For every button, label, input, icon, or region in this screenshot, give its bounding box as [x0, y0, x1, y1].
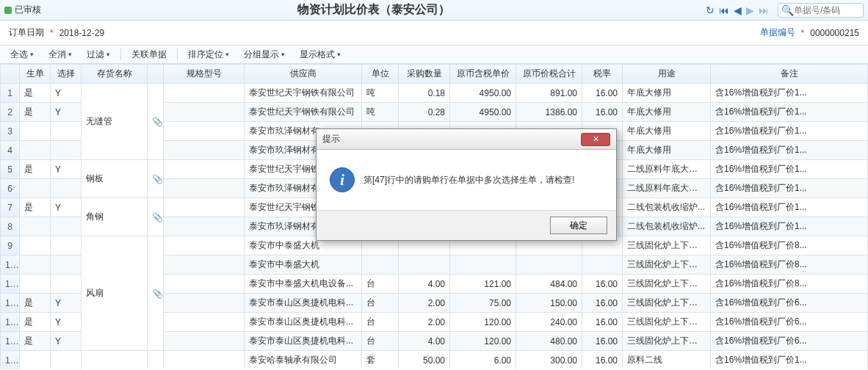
col-header[interactable]: 供应商 — [245, 65, 362, 84]
col-header[interactable]: 原币含税单价 — [450, 65, 516, 84]
cell-select: Y — [51, 103, 82, 122]
cell-supplier: 泰安市泰山区奥捷机电科... — [245, 294, 362, 313]
cell-total: 484.00 — [516, 275, 582, 294]
row-number: 5 — [1, 160, 20, 179]
row-number: 15 — [1, 351, 20, 370]
cell-spec — [164, 332, 245, 351]
cell-use: 三线固化炉上下链板 — [623, 236, 711, 255]
col-header[interactable]: 备注 — [711, 65, 868, 84]
cell-spec — [164, 122, 245, 141]
col-header[interactable]: 单位 — [362, 65, 399, 84]
cell-unit — [362, 255, 399, 275]
cell-use: 二线原料年底大修用 — [623, 179, 711, 198]
search-box[interactable]: 🔍 — [778, 3, 864, 18]
col-header[interactable]: 税率 — [582, 65, 623, 84]
cell-shengdan: 是 — [20, 160, 51, 179]
close-icon: ✕ — [593, 134, 599, 144]
cell-shengdan — [20, 141, 51, 160]
close-button[interactable]: ✕ — [581, 133, 610, 146]
cell-remark: 含16%增值税到厂价1... — [711, 160, 868, 179]
cell-unit: 吨 — [362, 103, 399, 122]
first-icon[interactable]: ⏮ — [719, 4, 729, 16]
cell-select — [51, 179, 82, 198]
sort-button[interactable]: 排序定位▾ — [182, 46, 235, 63]
prev-icon[interactable]: ◀ — [734, 4, 742, 16]
row-number: 3 — [1, 122, 20, 141]
cell-use: 二线包装机收缩炉... — [623, 217, 711, 236]
cell-qty: 2.00 — [399, 294, 450, 313]
col-header[interactable] — [1, 65, 20, 84]
col-header[interactable]: 原币价税合计 — [516, 65, 582, 84]
cell-spec — [164, 275, 245, 294]
search-input[interactable] — [794, 5, 860, 15]
cell-shengdan — [20, 255, 51, 275]
cell-shengdan: 是 — [20, 198, 51, 217]
cell-price: 4950.00 — [450, 84, 516, 103]
cell-use: 二线包装机收缩炉... — [623, 198, 711, 217]
cell-qty: 0.28 — [399, 103, 450, 122]
table-row[interactable]: 15泰安哈泰轴承有限公司套50.006.00300.0016.00原料二线含16… — [1, 351, 868, 370]
cell-use: 三线固化炉上下链板 — [623, 275, 711, 294]
cell-spec — [164, 179, 245, 198]
cell-supplier: 泰安哈泰轴承有限公司 — [245, 351, 362, 370]
refresh-icon[interactable]: ↻ — [706, 4, 715, 16]
relate-button[interactable]: 关联单据 — [126, 46, 173, 63]
ok-button[interactable]: 确定 — [550, 217, 607, 234]
next-icon[interactable]: ▶ — [746, 4, 754, 16]
cell-qty: 0.18 — [399, 84, 450, 103]
col-header[interactable]: 存货名称 — [82, 65, 148, 84]
filter-button[interactable]: 过滤▾ — [81, 46, 116, 63]
row-number: 14 — [1, 332, 20, 351]
col-header[interactable]: 采购数量 — [399, 65, 450, 84]
cell-remark: 含16%增值税到厂价1... — [711, 198, 868, 217]
cell-remark: 含16%增值税到厂价8... — [711, 275, 868, 294]
cell-price: 121.00 — [450, 275, 516, 294]
status-dot-icon — [4, 7, 12, 14]
order-date-label: 订单日期 — [9, 26, 44, 39]
toolbar: 全选▾ 全消▾ 过滤▾ 关联单据 排序定位▾ 分组显示▾ 显示格式▾ — [0, 45, 868, 64]
cell-use: 三线固化炉上下链板 — [623, 255, 711, 275]
cell-remark: 含16%增值税到厂价8... — [711, 236, 868, 255]
display-button[interactable]: 显示格式▾ — [294, 46, 347, 63]
row-number: 10 — [1, 255, 20, 275]
cell-price: 75.00 — [450, 294, 516, 313]
cell-total: 150.00 — [516, 294, 582, 313]
cell-remark: 含16%增值税到厂价1... — [711, 351, 868, 370]
cell-tax: 16.00 — [582, 332, 623, 351]
cell-remark: 含16%增值税到厂价1... — [711, 179, 868, 198]
last-icon[interactable]: ⏭ — [759, 4, 769, 16]
cell-select — [51, 141, 82, 160]
col-header[interactable]: 规格型号 — [164, 65, 245, 84]
info-row: 订单日期 * 2018-12-29 单据编号 * 0000000215 — [0, 21, 868, 45]
cell-unit: 吨 — [362, 84, 399, 103]
attachment-icon: 📎 — [148, 84, 164, 160]
cell-supplier: 泰安世纪天宇钢铁有限公司 — [245, 103, 362, 122]
col-header[interactable] — [148, 65, 164, 84]
cell-tax: 16.00 — [582, 275, 623, 294]
row-number: 6 — [1, 179, 20, 198]
row-number: 7 — [1, 198, 20, 217]
doc-no-label[interactable]: 单据编号 — [760, 26, 795, 39]
cell-name: 角钢 — [82, 198, 148, 236]
alert-modal: 提示 ✕ i 第[47]行中的请购单行在单据中多次选择生单，请检查! 确定 — [316, 128, 617, 241]
select-all-button[interactable]: 全选▾ — [4, 46, 40, 63]
attachment-icon: 📎 — [148, 160, 164, 198]
group-button[interactable]: 分组显示▾ — [238, 46, 291, 63]
cell-remark: 含16%增值税到厂价1... — [711, 103, 868, 122]
cell-shengdan: 是 — [20, 294, 51, 313]
cell-select: Y — [51, 198, 82, 217]
col-header[interactable]: 选择 — [51, 65, 82, 84]
audit-status: 已审核 — [4, 4, 41, 16]
col-header[interactable]: 生单 — [20, 65, 51, 84]
deselect-all-button[interactable]: 全消▾ — [43, 46, 78, 63]
row-number: 9 — [1, 236, 20, 255]
col-header[interactable]: 用途 — [623, 65, 711, 84]
cell-use: 年底大修用 — [623, 84, 711, 103]
cell-shengdan: 是 — [20, 313, 51, 332]
cell-supplier: 泰安市泰山区奥捷机电科... — [245, 313, 362, 332]
cell-spec — [164, 84, 245, 103]
cell-spec — [164, 351, 245, 370]
cell-spec — [164, 294, 245, 313]
table-row[interactable]: 1是Y无缝管📎泰安世纪天宇钢铁有限公司吨0.184950.00891.0016.… — [1, 84, 868, 103]
modal-titlebar[interactable]: 提示 ✕ — [317, 129, 616, 150]
